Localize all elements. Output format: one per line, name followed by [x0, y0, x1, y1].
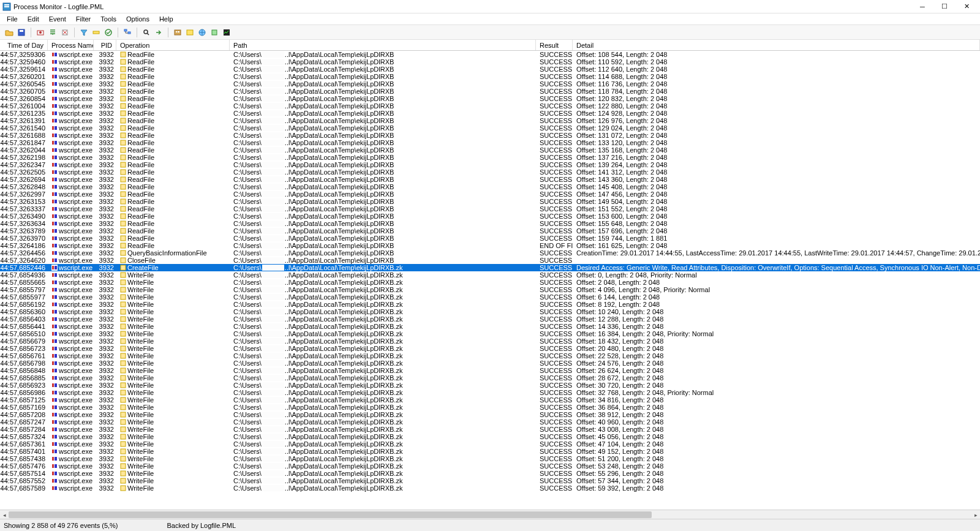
menu-file[interactable]: File: [2, 15, 22, 23]
table-row[interactable]: 14:44:57,3259614wscript.exe3932ReadFileC…: [0, 66, 980, 73]
table-row[interactable]: 14:44:57,6856403wscript.exe3932WriteFile…: [0, 315, 980, 323]
table-row[interactable]: 14:44:57,6855665wscript.exe3932WriteFile…: [0, 279, 980, 286]
table-row[interactable]: 14:44:57,6855977wscript.exe3932WriteFile…: [0, 293, 980, 301]
table-row[interactable]: 14:44:57,6857438wscript.exe3932WriteFile…: [0, 455, 980, 462]
close-button[interactable]: ✕: [956, 1, 978, 13]
minimize-button[interactable]: ─: [911, 1, 933, 13]
table-row[interactable]: 14:44:57,3260705wscript.exe3932ReadFileC…: [0, 88, 980, 95]
table-row[interactable]: 14:44:57,3262505wscript.exe3932ReadFileC…: [0, 168, 980, 176]
table-row[interactable]: 14:44:57,3261847wscript.exe3932ReadFileC…: [0, 139, 980, 146]
menu-filter[interactable]: Filter: [72, 15, 95, 23]
table-row[interactable]: 14:44:57,6857169wscript.exe3932WriteFile…: [0, 404, 980, 411]
scroll-left-icon[interactable]: ◂: [0, 510, 9, 519]
save-icon[interactable]: [16, 27, 27, 38]
table-row[interactable]: 14:44:57,6857284wscript.exe3932WriteFile…: [0, 426, 980, 433]
autoscroll-icon[interactable]: [47, 27, 58, 38]
table-row[interactable]: 14:44:57,3264456wscript.exe3932QueryBasi…: [0, 249, 980, 257]
profiling-filter-icon[interactable]: [221, 27, 232, 38]
table-row[interactable]: 14:44:57,6856986wscript.exe3932WriteFile…: [0, 389, 980, 396]
scroll-right-icon[interactable]: ▸: [971, 510, 980, 519]
include-icon[interactable]: [103, 27, 114, 38]
table-row[interactable]: 14:44:57,3262997wscript.exe3932ReadFileC…: [0, 190, 980, 198]
menu-help[interactable]: Help: [155, 15, 178, 23]
table-row[interactable]: 14:44:57,3263970wscript.exe3932ReadFileC…: [0, 235, 980, 242]
table-row[interactable]: 14:44:57,3262198wscript.exe3932ReadFileC…: [0, 154, 980, 161]
network-filter-icon[interactable]: [197, 27, 208, 38]
table-row[interactable]: 14:44:57,6856441wscript.exe3932WriteFile…: [0, 323, 980, 330]
table-row[interactable]: 14:44:57,3259306wscript.exe3932ReadFileC…: [0, 51, 980, 58]
table-row[interactable]: 14:44:57,3262044wscript.exe3932ReadFileC…: [0, 146, 980, 154]
table-row[interactable]: 14:44:57,3259460wscript.exe3932ReadFileC…: [0, 58, 980, 66]
col-time[interactable]: Time of Day: [0, 40, 48, 50]
table-row[interactable]: 14:44:57,3260201wscript.exe3932ReadFileC…: [0, 73, 980, 80]
table-row[interactable]: 14:44:57,3263337wscript.exe3932ReadFileC…: [0, 205, 980, 213]
table-row[interactable]: 14:44:57,3260545wscript.exe3932ReadFileC…: [0, 80, 980, 88]
registry-filter-icon[interactable]: [172, 27, 183, 38]
filter-icon[interactable]: [78, 27, 89, 38]
table-row[interactable]: 14:44:57,3262694wscript.exe3932ReadFileC…: [0, 176, 980, 183]
table-row[interactable]: 14:44:57,3263789wscript.exe3932ReadFileC…: [0, 227, 980, 235]
cell-pid: 3932: [94, 367, 116, 374]
jump-icon[interactable]: [153, 27, 164, 38]
table-row[interactable]: 14:44:57,6856848wscript.exe3932WriteFile…: [0, 367, 980, 374]
table-row[interactable]: 14:44:57,6857476wscript.exe3932WriteFile…: [0, 462, 980, 470]
table-row[interactable]: 14:44:57,6856923wscript.exe3932WriteFile…: [0, 382, 980, 389]
table-row[interactable]: 14:44:57,6857552wscript.exe3932WriteFile…: [0, 477, 980, 484]
table-row[interactable]: 14:44:57,6857514wscript.exe3932WriteFile…: [0, 470, 980, 477]
grid-body[interactable]: 14:44:57,3259306wscript.exe3932ReadFileC…: [0, 51, 980, 510]
table-row[interactable]: 14:44:57,6856885wscript.exe3932WriteFile…: [0, 374, 980, 382]
table-row[interactable]: 14:44:57,3261391wscript.exe3932ReadFileC…: [0, 117, 980, 124]
table-row[interactable]: 14:44:57,3261004wscript.exe3932ReadFileC…: [0, 102, 980, 110]
table-row[interactable]: 14:44:57,3264186wscript.exe3932ReadFileC…: [0, 242, 980, 249]
table-row[interactable]: 14:44:57,3261235wscript.exe3932ReadFileC…: [0, 110, 980, 117]
table-row[interactable]: 14:44:57,3260854wscript.exe3932ReadFileC…: [0, 95, 980, 102]
table-row[interactable]: 14:44:57,6857125wscript.exe3932WriteFile…: [0, 396, 980, 404]
open-icon[interactable]: [4, 27, 15, 38]
table-row[interactable]: 14:44:57,3264620wscript.exe3932CloseFile…: [0, 257, 980, 264]
table-row[interactable]: 14:44:57,6854936wscript.exe3932WriteFile…: [0, 271, 980, 279]
table-row[interactable]: 14:44:57,6855797wscript.exe3932WriteFile…: [0, 286, 980, 293]
table-row[interactable]: 14:44:57,3262347wscript.exe3932ReadFileC…: [0, 161, 980, 168]
col-operation[interactable]: Operation: [116, 40, 230, 50]
col-path[interactable]: Path: [230, 40, 536, 50]
highlight-icon[interactable]: [91, 27, 102, 38]
col-result[interactable]: Result: [536, 40, 573, 50]
scroll-thumb[interactable]: [9, 511, 652, 518]
filesystem-filter-icon[interactable]: [184, 27, 195, 38]
capture-icon[interactable]: [35, 27, 46, 38]
menu-options[interactable]: Options: [122, 15, 154, 23]
table-row[interactable]: 14:44:57,6857361wscript.exe3932WriteFile…: [0, 440, 980, 448]
col-detail[interactable]: Detail: [573, 40, 980, 50]
clear-icon[interactable]: [59, 27, 70, 38]
table-row[interactable]: 14:44:57,6856192wscript.exe3932WriteFile…: [0, 301, 980, 308]
svg-rect-107: [121, 206, 126, 211]
table-row[interactable]: 14:44:57,6852446wscript.exe3932CreateFil…: [0, 264, 980, 271]
table-row[interactable]: 14:44:57,6857247wscript.exe3932WriteFile…: [0, 418, 980, 426]
tree-icon[interactable]: [122, 27, 133, 38]
maximize-button[interactable]: ☐: [933, 1, 956, 13]
table-row[interactable]: 14:44:57,6856761wscript.exe3932WriteFile…: [0, 352, 980, 360]
table-row[interactable]: 14:44:57,6856798wscript.exe3932WriteFile…: [0, 360, 980, 367]
menu-event[interactable]: Event: [45, 15, 70, 23]
process-filter-icon[interactable]: [209, 27, 220, 38]
table-row[interactable]: 14:44:57,6856510wscript.exe3932WriteFile…: [0, 330, 980, 337]
table-row[interactable]: 14:44:57,3261540wscript.exe3932ReadFileC…: [0, 124, 980, 132]
menu-edit[interactable]: Edit: [23, 15, 43, 23]
col-pid[interactable]: PID: [94, 40, 116, 50]
find-icon[interactable]: [141, 27, 152, 38]
menu-tools[interactable]: Tools: [96, 15, 121, 23]
table-row[interactable]: 14:44:57,3263490wscript.exe3932ReadFileC…: [0, 213, 980, 220]
table-row[interactable]: 14:44:57,6856723wscript.exe3932WriteFile…: [0, 345, 980, 352]
table-row[interactable]: 14:44:57,3263153wscript.exe3932ReadFileC…: [0, 198, 980, 205]
table-row[interactable]: 14:44:57,6856360wscript.exe3932WriteFile…: [0, 308, 980, 315]
col-process[interactable]: Process Name: [48, 40, 94, 50]
table-row[interactable]: 14:44:57,6857208wscript.exe3932WriteFile…: [0, 411, 980, 418]
table-row[interactable]: 14:44:57,6857324wscript.exe3932WriteFile…: [0, 433, 980, 440]
table-row[interactable]: 14:44:57,6856679wscript.exe3932WriteFile…: [0, 337, 980, 345]
table-row[interactable]: 14:44:57,3262848wscript.exe3932ReadFileC…: [0, 183, 980, 190]
table-row[interactable]: 14:44:57,3263634wscript.exe3932ReadFileC…: [0, 220, 980, 227]
table-row[interactable]: 14:44:57,3261688wscript.exe3932ReadFileC…: [0, 132, 980, 139]
horizontal-scrollbar[interactable]: ◂ ▸: [0, 510, 980, 519]
table-row[interactable]: 14:44:57,6857401wscript.exe3932WriteFile…: [0, 448, 980, 455]
table-row[interactable]: 14:44:57,6857589wscript.exe3932WriteFile…: [0, 484, 980, 492]
